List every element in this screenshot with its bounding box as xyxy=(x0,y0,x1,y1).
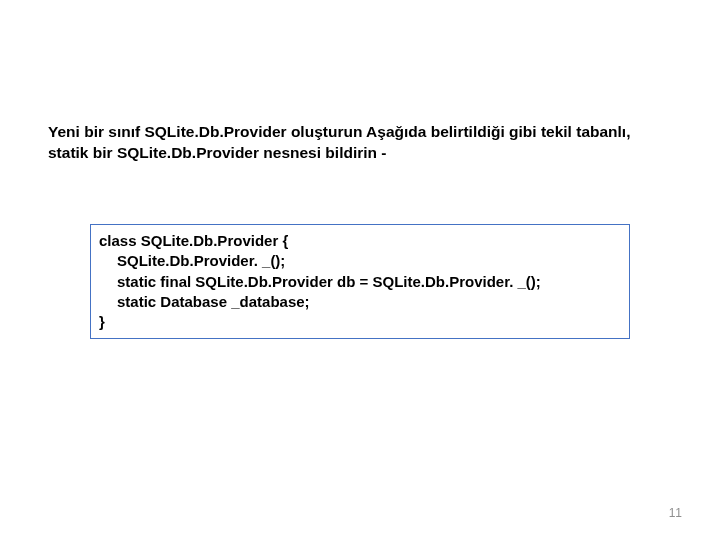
code-box: class SQLite.Db.Provider { SQLite.Db.Pro… xyxy=(90,224,630,339)
page-number: 11 xyxy=(669,506,682,520)
code-line-1: class SQLite.Db.Provider { xyxy=(99,231,621,251)
description-line-2: statik bir SQLite.Db.Provider nesnesi bi… xyxy=(48,143,668,164)
slide: Yeni bir sınıf SQLite.Db.Provider oluştu… xyxy=(0,0,720,540)
code-line-2: SQLite.Db.Provider. _(); xyxy=(99,251,621,271)
description-line-1: Yeni bir sınıf SQLite.Db.Provider oluştu… xyxy=(48,122,668,143)
code-line-5: } xyxy=(99,312,621,332)
description-text: Yeni bir sınıf SQLite.Db.Provider oluştu… xyxy=(48,122,668,164)
code-line-3: static final SQLite.Db.Provider db = SQL… xyxy=(99,272,621,292)
code-line-4: static Database _database; xyxy=(99,292,621,312)
